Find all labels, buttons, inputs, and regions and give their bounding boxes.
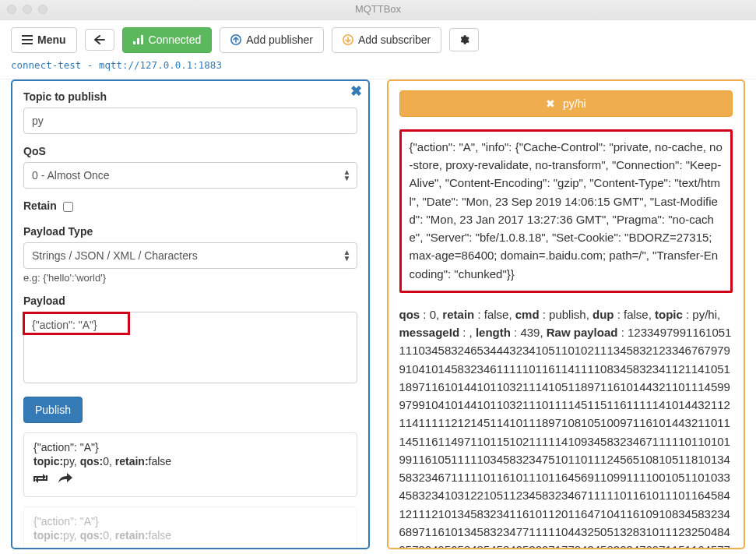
svg-rect-2	[141, 35, 143, 44]
add-subscriber-button[interactable]: Add subscriber	[332, 27, 441, 53]
add-publisher-button[interactable]: Add publisher	[220, 27, 324, 53]
signal-icon	[133, 35, 144, 44]
history-meta: topic:py, qos:0, retain:false	[33, 529, 347, 542]
history-payload: {"action": "A"}	[33, 515, 347, 528]
workspace: ✖ Topic to publish QoS 0 - Almost Once ▲…	[0, 79, 756, 554]
add-subscriber-label: Add subscriber	[358, 34, 431, 47]
publish-history-item: {"action": "A"} topic:py, qos:0, retain:…	[23, 506, 357, 549]
payload-type-hint: e.g: {'hello':'world'}	[23, 272, 357, 284]
hamburger-icon	[22, 35, 33, 44]
retain-checkbox[interactable]	[63, 202, 73, 212]
toolbar: Menu Connected Add publisher Add subscri…	[0, 20, 756, 53]
close-icon[interactable]: ✖	[546, 97, 555, 110]
share-icon[interactable]	[58, 472, 72, 487]
window-title: MQTTBox	[0, 3, 756, 15]
subscriber-topic: py/hi	[563, 97, 586, 110]
payload-input[interactable]: {"action": "A"}	[23, 312, 357, 383]
received-payload: {"action": "A", "info": {"Cache-Control"…	[399, 129, 733, 293]
topic-label: Topic to publish	[23, 90, 357, 103]
breadcrumb: connect-test - mqtt://127.0.0.1:1883	[0, 53, 756, 79]
svg-rect-0	[133, 41, 135, 44]
download-icon	[343, 34, 353, 45]
subscriber-panel: ✖ py/hi {"action": "A", "info": {"Cache-…	[387, 79, 746, 554]
publish-button[interactable]: Publish	[23, 397, 83, 423]
subscriber-header[interactable]: ✖ py/hi	[399, 90, 733, 117]
arrow-left-icon	[94, 35, 105, 44]
publish-history-item: {"action": "A"} topic:py, qos:0, retain:…	[23, 432, 357, 497]
titlebar: MQTTBox	[0, 0, 756, 20]
connected-label: Connected	[149, 34, 202, 47]
payload-type-select[interactable]: Strings / JSON / XML / Characters	[23, 242, 357, 269]
upload-icon	[230, 34, 241, 45]
close-panel-button[interactable]: ✖	[350, 83, 362, 100]
history-meta: topic:py, qos:0, retain:false	[33, 455, 347, 468]
history-payload: {"action": "A"}	[33, 441, 347, 453]
retain-label: Retain	[23, 199, 57, 212]
qos-label: QoS	[23, 145, 357, 157]
settings-button[interactable]	[449, 28, 479, 51]
back-button[interactable]	[85, 29, 114, 51]
received-meta: qos : 0, retain : false, cmd : publish, …	[399, 305, 733, 549]
menu-label: Menu	[37, 34, 66, 47]
add-publisher-label: Add publisher	[246, 34, 313, 47]
gear-icon	[459, 34, 469, 45]
publisher-panel: ✖ Topic to publish QoS 0 - Almost Once ▲…	[11, 79, 370, 554]
payload-type-label: Payload Type	[23, 225, 357, 238]
republish-icon[interactable]	[33, 472, 47, 487]
topic-input[interactable]	[23, 108, 357, 134]
svg-rect-1	[137, 38, 139, 44]
payload-label: Payload	[23, 295, 357, 307]
qos-select[interactable]: 0 - Almost Once	[23, 162, 357, 189]
menu-button[interactable]: Menu	[11, 27, 77, 53]
connection-status-button[interactable]: Connected	[122, 27, 213, 53]
